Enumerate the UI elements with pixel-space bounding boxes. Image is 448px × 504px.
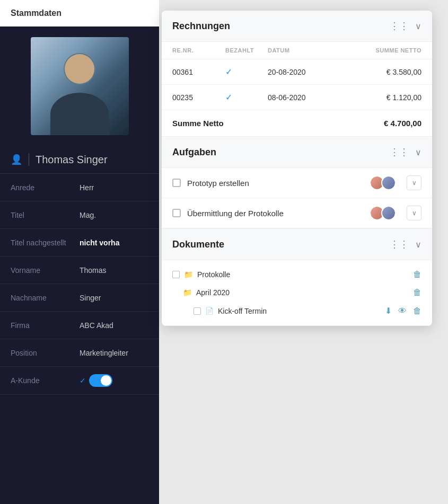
trash-icon-kickoff[interactable]: 🗑	[413, 306, 421, 316]
summe-2: € 1.120,00	[337, 93, 421, 102]
dokumente-chevron-icon[interactable]: ∨	[415, 240, 421, 250]
stammdaten-title: Stammdaten	[11, 8, 62, 17]
value-anrede: Herr	[80, 183, 148, 192]
task-checkbox-2[interactable]	[172, 209, 181, 217]
trash-icon-protokolle[interactable]: 🗑	[413, 270, 421, 279]
label-anrede: Anrede	[11, 183, 80, 192]
doc-name-kickoff: Kick-off Termin	[218, 307, 381, 315]
label-position: Position	[11, 349, 80, 357]
bezahlt-1: ✓	[225, 67, 268, 77]
dokumente-controls: ⋮⋮ ∨	[390, 238, 421, 250]
rechnungen-controls: ⋮⋮ ∨	[390, 20, 421, 32]
aufgaben-title: Aufgaben	[172, 147, 216, 158]
label-a-kunde: A-Kunde	[11, 376, 80, 385]
field-position: Position Marketingleiter	[0, 339, 159, 367]
col-datum: DATUM	[268, 47, 337, 54]
task-avatar-1b	[381, 175, 396, 190]
view-icon-kickoff[interactable]: 👁	[398, 306, 407, 316]
file-icon-kickoff: 📄	[205, 307, 214, 315]
field-vorname: Vorname Thomas	[0, 257, 159, 284]
col-bezahlt: BEZAHLT	[225, 47, 268, 54]
task-row-1: Prototyp erstellen ∨	[162, 168, 432, 198]
re-nr-1: 00361	[172, 68, 225, 76]
value-titel: Mag.	[80, 211, 148, 219]
doc-actions-protokolle: 🗑	[413, 270, 421, 279]
avatar-section	[0, 26, 159, 146]
left-panel: Stammdaten 👤 Thomas Singer Anrede Herr T…	[0, 0, 159, 504]
col-summe: SUMME NETTO	[337, 47, 421, 54]
aufgaben-dots-icon[interactable]: ⋮⋮	[390, 146, 409, 158]
field-firma: Firma ABC Akad	[0, 312, 159, 339]
task-avatars-1	[370, 175, 396, 190]
trash-icon-april[interactable]: 🗑	[413, 288, 421, 297]
re-nr-2: 00235	[172, 93, 225, 102]
doc-name-april: April 2020	[196, 288, 409, 297]
label-firma: Firma	[11, 321, 80, 330]
person-icon: 👤	[11, 154, 22, 165]
field-titel: Titel Mag.	[0, 201, 159, 229]
doc-actions-april: 🗑	[413, 288, 421, 297]
doc-checkbox-kickoff[interactable]	[194, 307, 201, 315]
toggle-container[interactable]: ✓	[80, 374, 112, 387]
dokumente-section: Dokumente ⋮⋮ ∨ 📁 Protokolle 🗑 📁 April 20…	[162, 229, 432, 326]
name-row: 👤 Thomas Singer	[0, 146, 159, 174]
aufgaben-chevron-icon[interactable]: ∨	[415, 147, 421, 157]
doc-actions-kickoff: ⬇ 👁 🗑	[385, 306, 421, 316]
task-chevron-2[interactable]: ∨	[407, 206, 421, 220]
folder-icon-protokolle: 📁	[184, 270, 193, 279]
summe-value: € 4.700,00	[337, 119, 421, 128]
dokumente-header: Dokumente ⋮⋮ ∨	[162, 229, 432, 260]
stammdaten-header: Stammdaten	[0, 0, 159, 26]
task-avatars-2	[370, 206, 396, 220]
task-label-1: Prototyp erstellen	[187, 179, 363, 188]
rechnungen-dots-icon[interactable]: ⋮⋮	[390, 20, 409, 32]
label-titel-nachgestellt: Titel nachgestellt	[11, 238, 80, 247]
value-firma: ABC Akad	[80, 321, 148, 330]
doc-row-april: 📁 April 2020 🗑	[172, 284, 421, 302]
bezahlt-2: ✓	[225, 92, 268, 102]
table-row: 00361 ✓ 20-08-2020 € 3.580,00	[162, 59, 432, 85]
folder-icon-april: 📁	[183, 288, 192, 297]
task-row-2: Übermittlung der Protokolle ∨	[162, 198, 432, 228]
aufgaben-controls: ⋮⋮ ∨	[390, 146, 421, 158]
avatar	[31, 37, 129, 135]
dokumente-title: Dokumente	[172, 239, 224, 250]
dokumente-content: 📁 Protokolle 🗑 📁 April 2020 🗑 📄 Kick-off…	[162, 260, 432, 325]
field-a-kunde: A-Kunde ✓	[0, 367, 159, 395]
aufgaben-header: Aufgaben ⋮⋮ ∨	[162, 137, 432, 168]
person-name: Thomas Singer	[36, 154, 108, 166]
download-icon-kickoff[interactable]: ⬇	[385, 306, 392, 316]
col-re-nr: RE.NR.	[172, 47, 225, 54]
task-chevron-1[interactable]: ∨	[407, 175, 421, 190]
aufgaben-section: Aufgaben ⋮⋮ ∨ Prototyp erstellen ∨ Überm…	[162, 137, 432, 229]
name-divider	[29, 153, 29, 166]
summe-label: Summe Netto	[172, 119, 225, 128]
value-nachname: Singer	[80, 294, 148, 302]
value-position: Marketingleiter	[80, 349, 148, 357]
task-checkbox-1[interactable]	[172, 179, 181, 187]
toggle-check-icon: ✓	[80, 376, 86, 385]
datum-2: 08-06-2020	[268, 93, 337, 102]
label-nachname: Nachname	[11, 294, 80, 302]
right-panel: Rechnungen ⋮⋮ ∨ RE.NR. BEZAHLT DATUM SUM…	[162, 11, 432, 326]
dokumente-dots-icon[interactable]: ⋮⋮	[390, 238, 409, 250]
summe-1: € 3.580,00	[337, 68, 421, 76]
task-label-2: Übermittlung der Protokolle	[187, 209, 363, 218]
doc-row-kickoff: 📄 Kick-off Termin ⬇ 👁 🗑	[172, 302, 421, 320]
value-titel-nachgestellt: nicht vorha	[80, 238, 148, 247]
rechnungen-section: Rechnungen ⋮⋮ ∨ RE.NR. BEZAHLT DATUM SUM…	[162, 11, 432, 137]
doc-checkbox-protokolle[interactable]	[172, 271, 180, 278]
avatar-face	[65, 54, 94, 84]
field-anrede: Anrede Herr	[0, 174, 159, 201]
doc-name-protokolle: Protokolle	[197, 270, 409, 279]
datum-1: 20-08-2020	[268, 68, 337, 76]
rechnungen-header: Rechnungen ⋮⋮ ∨	[162, 11, 432, 42]
rechnungen-title: Rechnungen	[172, 21, 230, 32]
summe-total-row: Summe Netto € 4.700,00	[162, 110, 432, 136]
label-vorname: Vorname	[11, 266, 80, 275]
a-kunde-toggle[interactable]	[89, 374, 112, 387]
label-titel: Titel	[11, 211, 80, 219]
rechnungen-chevron-icon[interactable]: ∨	[415, 21, 421, 31]
doc-row-protokolle: 📁 Protokolle 🗑	[172, 266, 421, 284]
table-row: 00235 ✓ 08-06-2020 € 1.120,00	[162, 85, 432, 110]
